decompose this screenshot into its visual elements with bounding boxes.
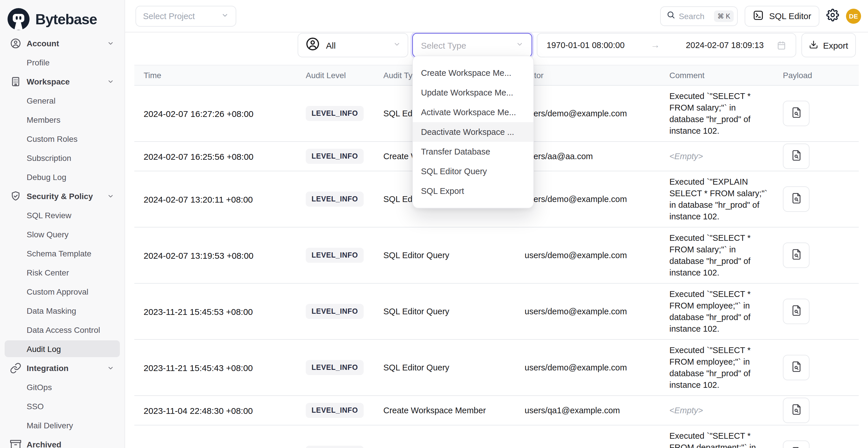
cell-comment: Executed `"EXPLAIN SELECT * FROM salary;… (665, 176, 776, 222)
search-placeholder: Search (679, 11, 710, 21)
level-badge: LEVEL_INFO (306, 304, 364, 319)
chevron-down-icon (221, 11, 229, 21)
sidebar-item-members[interactable]: Members (5, 111, 120, 128)
date-range-picker[interactable]: 1970-01-01 08:00:00 → 2024-02-07 18:09:1… (537, 33, 796, 57)
cell-payload (776, 143, 859, 169)
file-search-icon (790, 305, 802, 318)
comment-text: Executed `"EXPLAIN SELECT * FROM salary;… (670, 176, 769, 222)
cell-actor: users/demo@example.com (521, 363, 665, 372)
view-payload-button[interactable] (783, 186, 809, 212)
sql-editor-button[interactable]: SQL Editor (745, 5, 819, 26)
sidebar-item-gitops[interactable]: GitOps (5, 379, 120, 395)
user-circle-icon (10, 37, 22, 49)
cell-actor: users/demo@example.com (521, 251, 665, 260)
app: Bytebase AccountProfileWorkspaceGeneralM… (0, 0, 868, 448)
download-icon (809, 40, 818, 51)
type-option-sql-export[interactable]: SQL Export (413, 181, 533, 201)
sidebar-item-data-masking[interactable]: Data Masking (5, 302, 120, 319)
sidebar-item-subscription[interactable]: Subscription (5, 149, 120, 166)
view-payload-button[interactable] (783, 398, 809, 423)
type-filter-dropdown: Create Workspace Me...Update Workspace M… (412, 56, 534, 209)
sidebar: Bytebase AccountProfileWorkspaceGeneralM… (0, 0, 125, 448)
sidebar-section-workspace[interactable]: Workspace (5, 73, 120, 90)
cell-time: 2024-02-07 13:20:11 +08:00 (134, 194, 297, 204)
view-payload-button[interactable] (783, 299, 809, 324)
table-row: 2023-11-21 15:45:53 +08:00LEVEL_INFOSQL … (134, 284, 859, 340)
sidebar-item-custom-roles[interactable]: Custom Roles (5, 130, 120, 147)
type-option-sql-editor-query[interactable]: SQL Editor Query (413, 161, 533, 181)
sidebar-section-integration[interactable]: Integration (5, 359, 120, 376)
bytebase-logo-icon (7, 7, 30, 31)
sidebar-item-general[interactable]: General (5, 92, 120, 109)
type-option-update-workspace-me[interactable]: Update Workspace Me... (413, 83, 533, 102)
cell-audit-type: SQL Editor Query (380, 307, 521, 316)
brand: Bytebase (0, 0, 124, 32)
cell-payload (776, 398, 859, 423)
sidebar-item-schema-template[interactable]: Schema Template (5, 245, 120, 262)
view-payload-button[interactable] (783, 101, 809, 126)
comment-text: Executed `"SELECT * FROM department;"` i… (670, 430, 769, 448)
actor-filter-select[interactable]: All (298, 33, 408, 57)
sidebar-item-label: Members (27, 116, 61, 124)
sidebar-item-sql-review[interactable]: SQL Review (5, 206, 120, 223)
column-header-audit-level: Audit Level (297, 71, 380, 80)
sidebar-item-audit-log[interactable]: Audit Log (5, 340, 120, 357)
gear-icon (826, 9, 839, 23)
sidebar-item-data-access-control[interactable]: Data Access Control (5, 321, 120, 338)
column-header-time: Time (134, 71, 297, 80)
cell-comment: Executed `"SELECT * FROM employee;"` in … (665, 288, 776, 334)
level-badge: LEVEL_INFO (306, 106, 364, 121)
table-row: 2023-11-04 21:26:24 +08:00LEVEL_INFOSQL … (134, 425, 859, 448)
sidebar-item-profile[interactable]: Profile (5, 54, 120, 71)
type-option-deactivate-workspace[interactable]: Deactivate Workspace ... (413, 122, 533, 142)
sidebar-item-slow-query[interactable]: Slow Query (5, 226, 120, 243)
chevron-down-icon (107, 364, 114, 371)
settings-gear-button[interactable] (826, 9, 839, 23)
sidebar-item-label: GitOps (27, 383, 52, 391)
level-badge: LEVEL_INFO (306, 446, 364, 448)
sidebar-section-account[interactable]: Account (5, 35, 120, 52)
terminal-icon (753, 9, 764, 22)
cell-payload (776, 186, 859, 212)
cell-comment: Executed `"SELECT * FROM salary;"` in da… (665, 232, 776, 279)
type-option-transfer-database[interactable]: Transfer Database (413, 142, 533, 161)
type-filter-select[interactable]: Select Type (412, 33, 532, 57)
search-shortcut-badge: ⌘ K (714, 10, 734, 22)
date-to[interactable]: 2024-02-07 18:09:13 (686, 40, 764, 50)
export-button[interactable]: Export (801, 33, 856, 57)
sidebar-section-archived[interactable]: Archived (5, 436, 120, 448)
sidebar-section-label: Workspace (27, 77, 70, 85)
cell-actor: users/demo@example.com (521, 307, 665, 316)
cell-audit-level: LEVEL_INFO (297, 149, 380, 164)
view-payload-button[interactable] (783, 243, 809, 268)
sidebar-item-sso[interactable]: SSO (5, 398, 120, 414)
sidebar-section-security-policy[interactable]: Security & Policy (5, 188, 120, 204)
view-payload-button[interactable] (783, 441, 809, 448)
cell-comment: Executed `"SELECT * FROM department;"` i… (665, 430, 776, 448)
link-icon (10, 362, 22, 374)
cell-actor: users/qa1@example.com (521, 406, 665, 415)
comment-empty: <Empty> (670, 151, 769, 162)
sidebar-item-debug-log[interactable]: Debug Log (5, 168, 120, 185)
view-payload-button[interactable] (783, 355, 809, 380)
sidebar-item-custom-approval[interactable]: Custom Approval (5, 283, 120, 300)
cell-audit-level: LEVEL_INFO (297, 403, 380, 418)
sidebar-item-mail-delivery[interactable]: Mail Delivery (5, 417, 120, 434)
shield-check-icon (10, 190, 22, 202)
sidebar-item-label: Risk Center (27, 268, 69, 277)
type-option-activate-workspace-me[interactable]: Activate Workspace Me... (413, 102, 533, 122)
level-badge: LEVEL_INFO (306, 360, 364, 375)
view-payload-button[interactable] (783, 143, 809, 169)
avatar[interactable]: DE (846, 8, 861, 24)
level-badge: LEVEL_INFO (306, 192, 364, 206)
calendar-icon (776, 40, 786, 50)
sidebar-item-risk-center[interactable]: Risk Center (5, 264, 120, 281)
file-search-icon (790, 446, 802, 448)
project-select-button[interactable]: Select Project (135, 5, 236, 26)
cell-time: 2024-02-07 16:27:26 +08:00 (134, 108, 297, 118)
sidebar-section-label: Archived (27, 440, 61, 448)
search-input[interactable]: Search ⌘ K (660, 6, 738, 26)
date-from[interactable]: 1970-01-01 08:00:00 (547, 40, 624, 50)
type-option-create-workspace-me[interactable]: Create Workspace Me... (413, 63, 533, 83)
comment-text: Executed `"SELECT * FROM salary;"` in da… (670, 90, 769, 137)
